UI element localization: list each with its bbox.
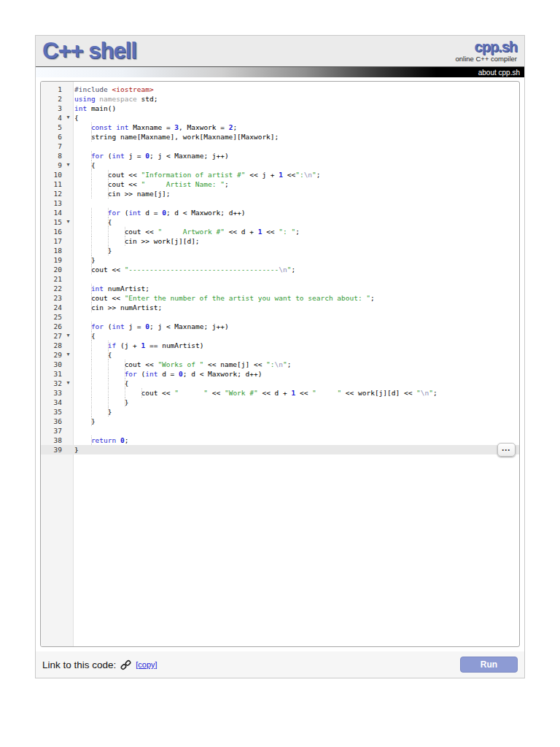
line-number: 20 xyxy=(41,265,63,274)
code-text: { xyxy=(73,331,519,341)
chain-link-icon[interactable] xyxy=(120,659,131,670)
line-number: 37 xyxy=(41,426,63,436)
code-row[interactable]: 39•••} xyxy=(41,445,519,454)
code-row[interactable]: 11 cout << " Artist Name: "; xyxy=(41,179,519,189)
line-number: 6 xyxy=(41,132,63,142)
line-number: 1 xyxy=(41,85,63,94)
about-link[interactable]: about cpp.sh xyxy=(478,69,520,77)
code-row[interactable]: 27▾ { xyxy=(41,331,519,341)
indent-guide xyxy=(108,189,109,198)
indent-guide xyxy=(91,436,92,445)
indent-guide xyxy=(91,284,92,293)
code-text: cin >> numArtist; xyxy=(73,303,519,312)
line-number: 34 xyxy=(41,398,63,407)
fold-gutter xyxy=(63,104,73,113)
fold-gutter xyxy=(63,189,73,198)
indent-guide xyxy=(91,255,92,265)
code-row[interactable]: 8 for (int j = 0; j < Maxname; j++) xyxy=(41,151,519,160)
code-row[interactable]: 22 int numArtist; xyxy=(41,284,519,293)
code-text: const int Maxname = 3, Maxwork = 2; xyxy=(73,123,519,132)
code-text: { xyxy=(73,379,519,388)
indent-guide xyxy=(91,217,92,227)
line-number: 38 xyxy=(41,436,63,445)
code-row[interactable]: 10 cout << "Information of artist #" << … xyxy=(41,170,519,179)
code-row[interactable]: 32▾ { xyxy=(41,379,519,388)
code-row[interactable]: 34 } xyxy=(41,398,519,407)
code-row[interactable]: 31 for (int d = 0; d < Maxwork; d++) xyxy=(41,369,519,379)
code-row[interactable]: 29▾ { xyxy=(41,350,519,360)
indent-guide xyxy=(108,407,109,417)
code-row[interactable]: 28 if (j + 1 == numArtist) xyxy=(41,341,519,350)
run-button[interactable]: Run xyxy=(460,657,518,673)
code-editor[interactable]: 1#include <iostream>2using namespace std… xyxy=(40,81,520,647)
code-row[interactable]: 33 cout << " " << "Work #" << d + 1 << "… xyxy=(41,388,519,398)
code-row[interactable]: 19 } xyxy=(41,255,519,265)
header: C++ shell cpp.sh online C++ compiler xyxy=(36,36,524,66)
fold-arrow-icon[interactable]: ▾ xyxy=(63,160,73,170)
indent-guide xyxy=(91,151,92,160)
code-row[interactable]: 18 } xyxy=(41,246,519,255)
indent-guide xyxy=(108,170,109,179)
code-row[interactable]: 36 } xyxy=(41,417,519,426)
indent-guide xyxy=(108,217,109,227)
code-row[interactable]: 5 const int Maxname = 3, Maxwork = 2; xyxy=(41,123,519,132)
code-row[interactable]: 21 xyxy=(41,274,519,284)
code-row[interactable]: 7 xyxy=(41,142,519,151)
line-number: 10 xyxy=(41,170,63,179)
brand-subtitle: online C++ compiler xyxy=(456,55,518,63)
indent-guide xyxy=(108,369,109,379)
code-row[interactable]: 15▾ { xyxy=(41,217,519,227)
code-row[interactable]: 37 xyxy=(41,426,519,436)
indent-guide xyxy=(91,369,92,379)
fold-gutter xyxy=(63,265,73,274)
indent-guide xyxy=(125,379,125,388)
indent-guide xyxy=(108,208,109,217)
line-number: 12 xyxy=(41,189,63,198)
code-row[interactable]: 2using namespace std; xyxy=(41,94,519,104)
code-row[interactable]: 6 string name[Maxname], work[Maxname][Ma… xyxy=(41,132,519,142)
fold-arrow-icon[interactable]: ▾ xyxy=(63,217,73,227)
code-row[interactable]: 35 } xyxy=(41,407,519,417)
fold-arrow-icon[interactable]: ▾ xyxy=(63,331,73,341)
indent-guide xyxy=(125,227,125,236)
fold-arrow-icon[interactable]: ▾ xyxy=(63,113,73,123)
code-row[interactable]: 26 for (int j = 0; j < Maxname; j++) xyxy=(41,322,519,331)
fold-gutter xyxy=(63,388,73,398)
indent-guide xyxy=(91,160,92,170)
indent-guide xyxy=(91,189,92,198)
code-row[interactable]: 1#include <iostream> xyxy=(41,85,519,94)
code-row[interactable]: 23 cout << "Enter the number of the arti… xyxy=(41,293,519,303)
code-text: { xyxy=(73,160,519,170)
indent-guide xyxy=(91,350,92,360)
fold-gutter xyxy=(63,236,73,246)
code-row[interactable]: 20 cout << "----------------------------… xyxy=(41,265,519,274)
code-row[interactable]: 4▾{ xyxy=(41,113,519,123)
code-row[interactable]: 17 cin >> work[j][d]; xyxy=(41,236,519,246)
code-row[interactable]: 16 cout << " Artwork #" << d + 1 << ": "… xyxy=(41,227,519,236)
code-row[interactable]: 14 for (int d = 0; d < Maxwork; d++) xyxy=(41,208,519,217)
code-text: cout << " " << "Work #" << d + 1 << " " … xyxy=(73,388,519,398)
indent-guide xyxy=(91,236,92,246)
copy-link[interactable]: [copy] xyxy=(136,660,157,669)
code-row[interactable]: 24 cin >> numArtist; xyxy=(41,303,519,312)
fold-gutter xyxy=(63,227,73,236)
fold-arrow-icon[interactable]: ▾ xyxy=(63,350,73,360)
code-lines: 1#include <iostream>2using namespace std… xyxy=(41,82,519,454)
code-row[interactable]: 38 return 0; xyxy=(41,436,519,445)
code-row[interactable]: 30 cout << "Works of " << name[j] << ":\… xyxy=(41,360,519,369)
code-row[interactable]: 25 xyxy=(41,312,519,322)
code-text: } xyxy=(73,398,519,407)
footer-bar: Link to this code: [copy] Run xyxy=(36,651,524,678)
line-number: 39 xyxy=(41,445,63,454)
indent-guide xyxy=(91,123,92,132)
fold-gutter xyxy=(63,369,73,379)
code-row[interactable]: 9▾ { xyxy=(41,160,519,170)
code-row[interactable]: 13 xyxy=(41,198,519,208)
line-number: 17 xyxy=(41,236,63,246)
code-row[interactable]: 12 cin >> name[j]; xyxy=(41,189,519,198)
code-text: cout << "Enter the number of the artist … xyxy=(73,293,519,303)
fold-arrow-icon[interactable]: ▾ xyxy=(63,379,73,388)
line-number: 24 xyxy=(41,303,63,312)
code-text: if (j + 1 == numArtist) xyxy=(73,341,519,350)
code-row[interactable]: 3int main() xyxy=(41,104,519,113)
